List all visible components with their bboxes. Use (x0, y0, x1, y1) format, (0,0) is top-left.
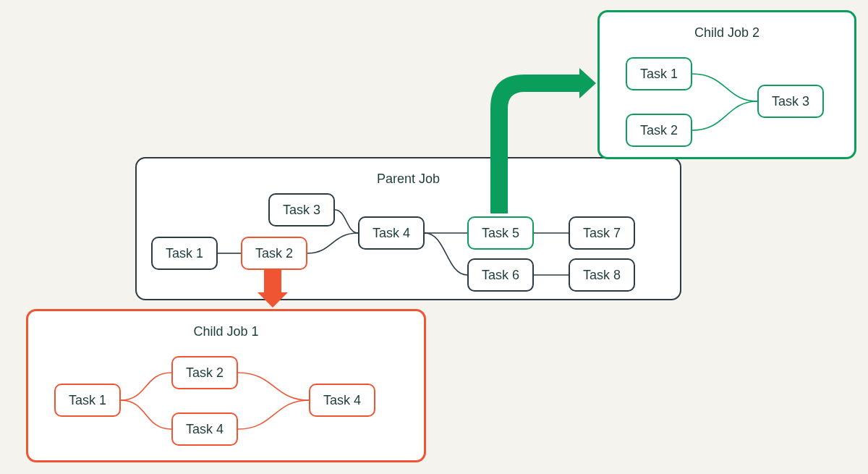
parent-task-5: Task 5 (467, 216, 534, 250)
parent-task-7: Task 7 (569, 216, 635, 250)
child1-task-4: Task 4 (309, 384, 375, 417)
child1-task-1: Task 1 (54, 384, 121, 417)
parent-job-title: Parent Job (377, 172, 440, 187)
parent-task-4: Task 4 (358, 216, 425, 250)
child2-task-1: Task 1 (626, 57, 692, 90)
parent-task-6: Task 6 (467, 258, 534, 292)
parent-task-1: Task 1 (151, 237, 218, 270)
parent-task-2: Task 2 (241, 237, 307, 270)
parent-job-group: Parent Job Task 1 Task 2 Task 3 Task 4 T… (135, 157, 681, 300)
child-job-1-title: Child Job 1 (193, 324, 258, 339)
child2-task-3: Task 3 (757, 85, 824, 118)
child1-task-2: Task 2 (171, 356, 238, 389)
parent-task-8: Task 8 (569, 258, 635, 292)
parent-task-3: Task 3 (268, 193, 335, 227)
child-job-2-title: Child Job 2 (694, 25, 760, 41)
child-job-2-group: Child Job 2 Task 1 Task 2 Task 3 (597, 10, 856, 159)
child1-task-3: Task 4 (171, 412, 238, 446)
child-job-1-group: Child Job 1 Task 1 Task 2 Task 4 Task 4 (26, 309, 426, 462)
diagram-canvas: Parent Job Task 1 Task 2 Task 3 Task 4 T… (0, 0, 868, 474)
child2-task-2: Task 2 (626, 114, 692, 147)
svg-marker-6 (579, 68, 596, 98)
